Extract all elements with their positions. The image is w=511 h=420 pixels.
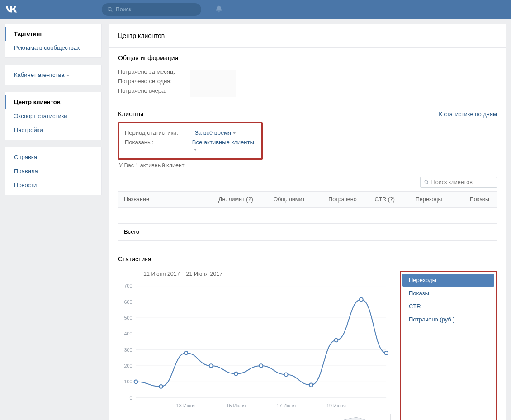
svg-text:200: 200 xyxy=(124,363,132,368)
svg-text:400: 400 xyxy=(124,331,132,336)
svg-point-20 xyxy=(134,380,138,383)
col-clicks[interactable]: Переходы xyxy=(400,192,447,207)
daily-stats-link[interactable]: К статистике по дням xyxy=(439,111,497,118)
statistics-title: Статистика xyxy=(118,255,497,263)
svg-text:700: 700 xyxy=(124,283,132,289)
table-row-total: Всего xyxy=(118,224,497,240)
sidebar-item-rules[interactable]: Правила xyxy=(5,164,101,178)
col-day-limit[interactable]: Дн. лимит (?) xyxy=(202,192,259,207)
clients-title: Клиенты xyxy=(118,110,143,118)
total-label: Всего xyxy=(118,225,203,239)
sidebar-block-help: Справка Правила Новости xyxy=(5,147,102,195)
sidebar-item-news[interactable]: Новости xyxy=(5,178,101,192)
sidebar-block-ads: Таргетинг Реклама в сообществах xyxy=(5,24,102,58)
table-row[interactable] xyxy=(118,208,497,224)
notifications-icon[interactable] xyxy=(215,5,223,14)
info-values-placeholder xyxy=(190,70,236,97)
svg-text:13 Июня: 13 Июня xyxy=(176,403,196,408)
global-search[interactable] xyxy=(102,3,201,16)
sidebar: Таргетинг Реклама в сообществах Кабинет … xyxy=(5,24,102,420)
sidebar-item-help[interactable]: Справка xyxy=(5,150,101,164)
svg-text:100: 100 xyxy=(124,379,132,384)
sparkline-nav[interactable] xyxy=(132,414,391,420)
col-views[interactable]: Показы xyxy=(448,192,497,207)
sidebar-item-agency-cabinet[interactable]: Кабинет агентства xyxy=(5,68,101,82)
metric-views[interactable]: Показы xyxy=(402,287,494,300)
svg-text:19 Июня: 19 Июня xyxy=(326,403,346,408)
svg-point-27 xyxy=(309,383,313,387)
svg-text:600: 600 xyxy=(124,299,132,305)
sidebar-item-settings[interactable]: Настройки xyxy=(5,123,101,137)
svg-text:0: 0 xyxy=(130,395,132,401)
shown-dropdown[interactable]: Все активные клиенты xyxy=(192,139,256,152)
clients-section: Клиенты К статистике по дням Период стат… xyxy=(109,104,506,247)
client-search-input[interactable] xyxy=(431,179,493,185)
search-icon xyxy=(424,179,429,185)
svg-text:17 Июня: 17 Июня xyxy=(276,403,296,408)
svg-point-24 xyxy=(234,372,238,376)
svg-text:15 Июня: 15 Июня xyxy=(227,403,246,408)
metric-selector-box: Переходы Показы CTR Потрачено (руб.) xyxy=(400,271,497,420)
period-label: Период статистики: xyxy=(125,129,195,136)
svg-point-22 xyxy=(184,351,188,355)
search-input[interactable] xyxy=(116,6,196,13)
svg-point-25 xyxy=(259,364,263,368)
svg-point-29 xyxy=(360,298,363,302)
main-panel: Центр клиентов Общая информация Потрачен… xyxy=(109,24,506,420)
statistics-section: Статистика 11 Июня 2017 – 21 Июня 2017 0… xyxy=(109,247,506,420)
general-info-title: Общая информация xyxy=(118,54,497,61)
col-spent[interactable]: Потрачено xyxy=(310,192,362,207)
svg-point-28 xyxy=(334,339,338,342)
spent-month-label: Потрачено за месяц: xyxy=(118,68,190,75)
svg-point-23 xyxy=(209,364,213,368)
sidebar-item-targeting[interactable]: Таргетинг xyxy=(5,27,101,41)
shown-label: Показаны: xyxy=(125,139,192,152)
svg-point-30 xyxy=(384,351,388,355)
table-header: Название Дн. лимит (?) Общ. лимит Потрач… xyxy=(118,192,497,208)
chart-date-range: 11 Июня 2017 – 21 Июня 2017 xyxy=(143,271,391,277)
topbar xyxy=(0,0,511,19)
sidebar-item-community-ads[interactable]: Реклама в сообществах xyxy=(5,41,101,55)
metric-ctr[interactable]: CTR xyxy=(402,300,494,313)
col-total-limit[interactable]: Общ. лимит xyxy=(259,192,311,207)
period-dropdown[interactable]: За всё время xyxy=(195,129,236,136)
sidebar-block-agency: Кабинет агентства xyxy=(5,65,102,85)
sidebar-block-clients: Центр клиентов Экспорт статистики Настро… xyxy=(5,92,102,140)
line-chart[interactable]: 010020030040050060070013 Июня15 Июня17 И… xyxy=(118,281,391,412)
sidebar-item-client-center[interactable]: Центр клиентов xyxy=(5,95,101,109)
filter-highlight-box: Период статистики: За всё время Показаны… xyxy=(118,122,263,160)
active-clients-hint: У Вас 1 активный клиент xyxy=(118,162,497,169)
svg-point-26 xyxy=(284,373,288,377)
clients-table: Название Дн. лимит (?) Общ. лимит Потрач… xyxy=(118,191,497,241)
general-info-section: Общая информация Потрачено за месяц: Пот… xyxy=(109,48,506,104)
page-title: Центр клиентов xyxy=(109,24,506,48)
svg-text:500: 500 xyxy=(124,315,132,321)
client-search[interactable] xyxy=(420,177,497,188)
col-name[interactable]: Название xyxy=(118,192,202,207)
svg-point-21 xyxy=(159,385,163,388)
sidebar-item-export-stats[interactable]: Экспорт статистики xyxy=(5,109,101,123)
metric-spent[interactable]: Потрачено (руб.) xyxy=(402,313,494,326)
metric-clicks[interactable]: Переходы xyxy=(402,274,494,287)
spent-today-label: Потрачено сегодня: xyxy=(118,78,190,85)
spent-yesterday-label: Потрачено вчера: xyxy=(118,87,190,94)
vk-logo[interactable] xyxy=(5,4,18,15)
svg-text:300: 300 xyxy=(124,347,132,353)
col-ctr[interactable]: CTR (?) xyxy=(362,192,400,207)
search-icon xyxy=(107,6,113,13)
